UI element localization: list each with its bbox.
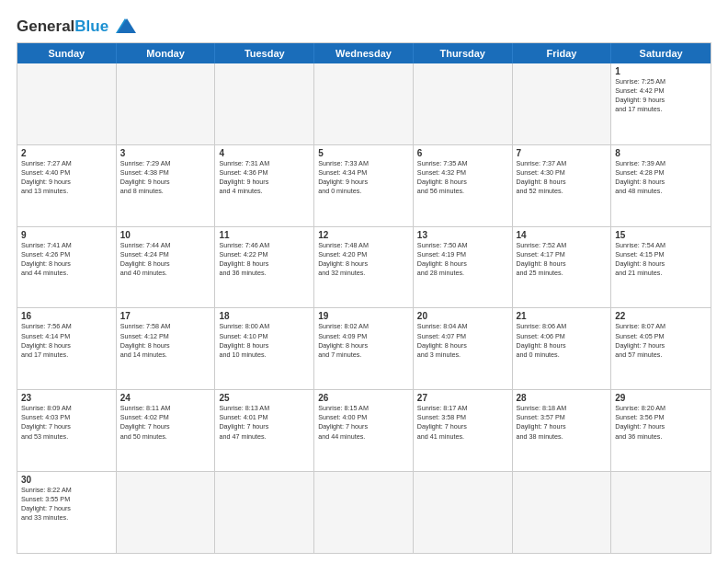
calendar-cell: 13Sunrise: 7:50 AM Sunset: 4:19 PM Dayli… (414, 227, 513, 308)
cell-day-number: 22 (615, 311, 707, 321)
header-sunday: Sunday (17, 43, 117, 63)
cell-info-text: Sunrise: 8:18 AM Sunset: 3:57 PM Dayligh… (517, 404, 608, 441)
calendar-cell: 17Sunrise: 7:58 AM Sunset: 4:12 PM Dayli… (117, 308, 216, 389)
calendar-cell: 7Sunrise: 7:37 AM Sunset: 4:30 PM Daylig… (513, 145, 612, 226)
header: GeneralBlue (17, 17, 711, 35)
logo: GeneralBlue (17, 17, 138, 35)
calendar-body: 1Sunrise: 7:25 AM Sunset: 4:42 PM Daylig… (17, 63, 711, 553)
calendar-cell: 2Sunrise: 7:27 AM Sunset: 4:40 PM Daylig… (17, 145, 117, 226)
calendar-cell: 11Sunrise: 7:46 AM Sunset: 4:22 PM Dayli… (215, 227, 314, 308)
cell-info-text: Sunrise: 7:52 AM Sunset: 4:17 PM Dayligh… (517, 241, 608, 278)
header-thursday: Thursday (414, 43, 513, 63)
cell-day-number: 7 (517, 148, 608, 158)
cell-info-text: Sunrise: 8:17 AM Sunset: 3:58 PM Dayligh… (417, 404, 508, 441)
cell-info-text: Sunrise: 8:22 AM Sunset: 3:55 PM Dayligh… (21, 486, 112, 523)
logo-general: General (17, 17, 74, 35)
calendar-cell: 29Sunrise: 8:20 AM Sunset: 3:56 PM Dayli… (611, 390, 711, 471)
calendar-cell: 23Sunrise: 8:09 AM Sunset: 4:03 PM Dayli… (17, 390, 117, 471)
cell-day-number: 1 (615, 66, 707, 76)
calendar-cell (513, 472, 612, 553)
calendar-cell: 27Sunrise: 8:17 AM Sunset: 3:58 PM Dayli… (414, 390, 513, 471)
calendar-cell: 3Sunrise: 7:29 AM Sunset: 4:38 PM Daylig… (117, 145, 216, 226)
calendar-cell: 19Sunrise: 8:02 AM Sunset: 4:09 PM Dayli… (314, 308, 414, 389)
calendar: Sunday Monday Tuesday Wednesday Thursday… (17, 42, 711, 554)
calendar-cell: 6Sunrise: 7:35 AM Sunset: 4:32 PM Daylig… (414, 145, 513, 226)
cell-info-text: Sunrise: 7:41 AM Sunset: 4:26 PM Dayligh… (21, 241, 112, 278)
cell-day-number: 2 (21, 148, 112, 158)
logo-blue-text: Blue (74, 17, 108, 35)
cell-day-number: 4 (219, 148, 310, 158)
cell-info-text: Sunrise: 7:56 AM Sunset: 4:14 PM Dayligh… (21, 322, 112, 359)
cell-day-number: 30 (21, 475, 112, 485)
cell-day-number: 17 (120, 311, 211, 321)
cell-day-number: 21 (517, 311, 608, 321)
cell-day-number: 14 (517, 230, 608, 240)
cell-info-text: Sunrise: 8:13 AM Sunset: 4:01 PM Dayligh… (219, 404, 310, 441)
calendar-cell: 28Sunrise: 8:18 AM Sunset: 3:57 PM Dayli… (513, 390, 612, 471)
cell-info-text: Sunrise: 7:37 AM Sunset: 4:30 PM Dayligh… (517, 159, 608, 196)
calendar-cell (414, 472, 513, 553)
cell-info-text: Sunrise: 7:27 AM Sunset: 4:40 PM Dayligh… (21, 159, 112, 196)
calendar-cell: 8Sunrise: 7:39 AM Sunset: 4:28 PM Daylig… (611, 145, 711, 226)
calendar-cell: 9Sunrise: 7:41 AM Sunset: 4:26 PM Daylig… (17, 227, 117, 308)
header-friday: Friday (513, 43, 612, 63)
header-wednesday: Wednesday (314, 43, 414, 63)
calendar-row-2: 9Sunrise: 7:41 AM Sunset: 4:26 PM Daylig… (17, 227, 711, 309)
cell-info-text: Sunrise: 7:35 AM Sunset: 4:32 PM Dayligh… (417, 159, 508, 196)
cell-day-number: 27 (417, 393, 508, 403)
cell-day-number: 12 (318, 230, 409, 240)
cell-day-number: 16 (21, 311, 112, 321)
cell-day-number: 11 (219, 230, 310, 240)
cell-day-number: 25 (219, 393, 310, 403)
calendar-row-1: 2Sunrise: 7:27 AM Sunset: 4:40 PM Daylig… (17, 145, 711, 227)
calendar-row-4: 23Sunrise: 8:09 AM Sunset: 4:03 PM Dayli… (17, 390, 711, 472)
calendar-row-5: 30Sunrise: 8:22 AM Sunset: 3:55 PM Dayli… (17, 472, 711, 553)
cell-info-text: Sunrise: 7:46 AM Sunset: 4:22 PM Dayligh… (219, 241, 310, 278)
calendar-cell: 10Sunrise: 7:44 AM Sunset: 4:24 PM Dayli… (117, 227, 216, 308)
calendar-cell: 14Sunrise: 7:52 AM Sunset: 4:17 PM Dayli… (513, 227, 612, 308)
cell-info-text: Sunrise: 7:48 AM Sunset: 4:20 PM Dayligh… (318, 241, 409, 278)
calendar-cell: 24Sunrise: 8:11 AM Sunset: 4:02 PM Dayli… (117, 390, 216, 471)
cell-info-text: Sunrise: 7:58 AM Sunset: 4:12 PM Dayligh… (120, 322, 211, 359)
calendar-cell: 18Sunrise: 8:00 AM Sunset: 4:10 PM Dayli… (215, 308, 314, 389)
cell-info-text: Sunrise: 7:50 AM Sunset: 4:19 PM Dayligh… (417, 241, 508, 278)
calendar-cell: 26Sunrise: 8:15 AM Sunset: 4:00 PM Dayli… (314, 390, 414, 471)
cell-info-text: Sunrise: 8:15 AM Sunset: 4:00 PM Dayligh… (318, 404, 409, 441)
cell-info-text: Sunrise: 7:39 AM Sunset: 4:28 PM Dayligh… (615, 159, 707, 196)
cell-day-number: 29 (615, 393, 707, 403)
cell-info-text: Sunrise: 7:33 AM Sunset: 4:34 PM Dayligh… (318, 159, 409, 196)
header-monday: Monday (117, 43, 216, 63)
cell-info-text: Sunrise: 7:44 AM Sunset: 4:24 PM Dayligh… (120, 241, 211, 278)
cell-info-text: Sunrise: 8:00 AM Sunset: 4:10 PM Dayligh… (219, 322, 310, 359)
calendar-cell (611, 472, 711, 553)
calendar-row-0: 1Sunrise: 7:25 AM Sunset: 4:42 PM Daylig… (17, 63, 711, 145)
cell-day-number: 20 (417, 311, 508, 321)
calendar-cell: 16Sunrise: 7:56 AM Sunset: 4:14 PM Dayli… (17, 308, 117, 389)
calendar-cell: 21Sunrise: 8:06 AM Sunset: 4:06 PM Dayli… (513, 308, 612, 389)
cell-day-number: 3 (120, 148, 211, 158)
calendar-cell (314, 63, 414, 144)
cell-day-number: 28 (517, 393, 608, 403)
cell-day-number: 19 (318, 311, 409, 321)
cell-day-number: 15 (615, 230, 707, 240)
calendar-cell: 15Sunrise: 7:54 AM Sunset: 4:15 PM Dayli… (611, 227, 711, 308)
cell-info-text: Sunrise: 8:11 AM Sunset: 4:02 PM Dayligh… (120, 404, 211, 441)
cell-info-text: Sunrise: 8:20 AM Sunset: 3:56 PM Dayligh… (615, 404, 707, 441)
calendar-cell: 5Sunrise: 7:33 AM Sunset: 4:34 PM Daylig… (314, 145, 414, 226)
cell-info-text: Sunrise: 8:09 AM Sunset: 4:03 PM Dayligh… (21, 404, 112, 441)
cell-day-number: 8 (615, 148, 707, 158)
cell-info-text: Sunrise: 7:31 AM Sunset: 4:36 PM Dayligh… (219, 159, 310, 196)
calendar-cell (117, 472, 216, 553)
calendar-cell (215, 472, 314, 553)
cell-day-number: 10 (120, 230, 211, 240)
calendar-cell: 1Sunrise: 7:25 AM Sunset: 4:42 PM Daylig… (611, 63, 711, 144)
cell-info-text: Sunrise: 7:25 AM Sunset: 4:42 PM Dayligh… (615, 77, 707, 114)
cell-day-number: 23 (21, 393, 112, 403)
cell-day-number: 24 (120, 393, 211, 403)
cell-day-number: 9 (21, 230, 112, 240)
calendar-cell (314, 472, 414, 553)
calendar-cell: 25Sunrise: 8:13 AM Sunset: 4:01 PM Dayli… (215, 390, 314, 471)
cell-info-text: Sunrise: 8:07 AM Sunset: 4:05 PM Dayligh… (615, 322, 707, 359)
header-saturday: Saturday (611, 43, 711, 63)
calendar-cell (17, 63, 117, 144)
